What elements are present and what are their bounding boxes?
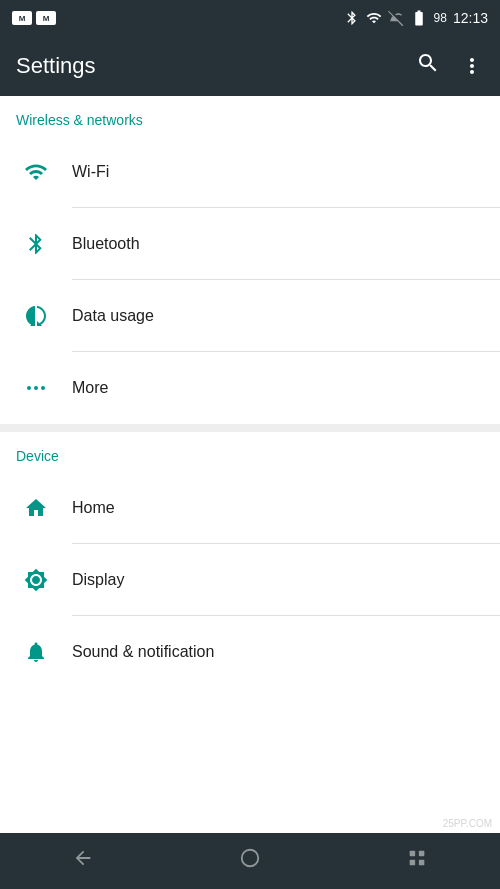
svg-point-2 <box>41 386 45 390</box>
recents-icon <box>406 847 428 869</box>
more-label: More <box>72 379 108 397</box>
home-item[interactable]: Home <box>0 472 500 544</box>
home-icon <box>16 488 56 528</box>
bluetooth-label: Bluetooth <box>72 235 140 253</box>
back-button[interactable] <box>72 847 94 875</box>
bluetooth-status-icon <box>344 10 360 26</box>
svg-rect-7 <box>418 860 424 866</box>
sound-label: Sound & notification <box>72 643 214 661</box>
watermark: 25PP.COM <box>443 818 492 829</box>
more-item[interactable]: More <box>0 352 500 424</box>
search-button[interactable] <box>416 51 440 81</box>
svg-rect-5 <box>418 851 424 857</box>
display-icon <box>16 560 56 600</box>
time-display: 12:13 <box>453 10 488 26</box>
home-label: Home <box>72 499 115 517</box>
home-nav-icon <box>239 847 261 869</box>
status-bar-left: M M <box>12 11 56 25</box>
more-icon <box>16 368 56 408</box>
wireless-section-header: Wireless & networks <box>0 96 500 136</box>
app-bar-actions <box>416 51 484 81</box>
status-bar-right: 98 12:13 <box>344 9 488 27</box>
wifi-status-icon <box>366 10 382 26</box>
sound-item[interactable]: Sound & notification <box>0 616 500 688</box>
gmail-icon-1: M <box>12 11 32 25</box>
battery-percentage: 98 <box>434 11 447 25</box>
sound-svg <box>24 640 48 664</box>
back-icon <box>72 847 94 869</box>
display-label: Display <box>72 571 124 589</box>
app-bar: Settings <box>0 36 500 96</box>
svg-rect-4 <box>409 851 415 857</box>
home-button[interactable] <box>239 847 261 875</box>
wifi-item[interactable]: Wi-Fi <box>0 136 500 208</box>
data-usage-icon <box>16 296 56 336</box>
svg-point-3 <box>242 850 259 867</box>
device-section-header: Device <box>0 432 500 472</box>
home-svg <box>24 496 48 520</box>
bluetooth-icon <box>16 224 56 264</box>
battery-status-icon <box>410 9 428 27</box>
section-divider <box>0 424 500 432</box>
data-usage-svg <box>24 304 48 328</box>
signal-status-icon <box>388 10 404 26</box>
settings-content: Wireless & networks Wi-Fi Bluetooth Data… <box>0 96 500 833</box>
bluetooth-item[interactable]: Bluetooth <box>0 208 500 280</box>
svg-point-0 <box>27 386 31 390</box>
wifi-svg <box>24 160 48 184</box>
more-options-button[interactable] <box>460 54 484 78</box>
svg-rect-6 <box>409 860 415 866</box>
display-svg <box>24 568 48 592</box>
more-options-icon <box>460 54 484 78</box>
search-icon <box>416 51 440 75</box>
display-item[interactable]: Display <box>0 544 500 616</box>
status-bar: M M 98 12:13 <box>0 0 500 36</box>
app-bar-title: Settings <box>16 53 96 79</box>
gmail-icon-2: M <box>36 11 56 25</box>
svg-point-1 <box>34 386 38 390</box>
sound-icon <box>16 632 56 672</box>
more-svg <box>24 376 48 400</box>
data-usage-label: Data usage <box>72 307 154 325</box>
data-usage-item[interactable]: Data usage <box>0 280 500 352</box>
bottom-nav <box>0 833 500 889</box>
wifi-label: Wi-Fi <box>72 163 109 181</box>
wifi-icon <box>16 152 56 192</box>
bluetooth-svg <box>24 232 48 256</box>
recents-button[interactable] <box>406 847 428 875</box>
